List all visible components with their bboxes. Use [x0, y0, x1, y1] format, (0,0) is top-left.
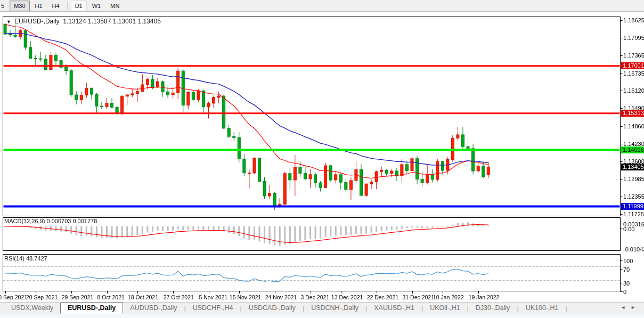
- timeframe-toolbar: 5M30H1H4D1W1MN: [0, 0, 644, 12]
- price-tick: 1.12355: [623, 193, 644, 200]
- chart-tab-dj30-daily[interactable]: DJ30-,Daily: [469, 303, 517, 313]
- macd-axis-tick: -0.010431: [623, 246, 644, 252]
- date-tick-label: 18 Oct 2021: [128, 294, 158, 300]
- date-tick-label: 20 Sep 2021: [26, 294, 58, 300]
- chart-tab-xauusd-h1[interactable]: XAUUSD-,H1: [367, 303, 421, 313]
- symbol-dropdown-icon[interactable]: ▼: [6, 19, 11, 25]
- toolbar-separator: [127, 2, 127, 10]
- date-tick-label: 24 Nov 2021: [265, 294, 297, 300]
- price-badge-1.17001: 1.17001: [621, 62, 644, 69]
- date-tick-label: 29 Sep 2021: [62, 294, 94, 300]
- chart-tab-usdcnh-daily[interactable]: USDCNH-,Daily: [304, 303, 365, 313]
- macd-indicator-label: MACD(12,26,9) 0.000703 0.001778: [4, 218, 97, 224]
- timeframe-button-d1[interactable]: D1: [71, 1, 87, 11]
- price-tick: 1.14860: [623, 123, 644, 129]
- chart-tab-uk100-h1[interactable]: UK100-,H1: [519, 303, 566, 313]
- date-tick-label: 10 Sep 2021: [0, 294, 27, 300]
- price-chart-canvas[interactable]: [0, 0, 644, 318]
- date-tick-label: 5 Nov 2021: [199, 294, 228, 300]
- date-tick-label: 22 Dec 2021: [367, 294, 399, 300]
- rsi-value: 48.7427: [26, 255, 47, 262]
- price-badge-1.14016: 1.14016: [621, 146, 644, 153]
- price-tick: 1.17365: [623, 52, 644, 59]
- price-tick: 1.17995: [623, 35, 644, 41]
- price-badge-1.11999: 1.11999: [621, 203, 644, 210]
- timeframe-button-m30[interactable]: M30: [10, 1, 29, 11]
- macd-value-signal: 0.001778: [72, 218, 97, 224]
- ohlc-high: 1.13587: [88, 18, 111, 25]
- price-tick: 1.18625: [623, 17, 644, 23]
- rsi-axis-tick: 0: [623, 289, 626, 295]
- rsi-axis-tick: 30: [623, 280, 630, 287]
- ohlc-close: 1.13405: [137, 18, 160, 25]
- price-badge-1.15313: 1.15313: [621, 110, 644, 117]
- status-bar: [0, 314, 644, 318]
- macd-axis-tick: 0.00: [623, 226, 634, 232]
- date-tick-label: 31 Dec 2021: [403, 294, 435, 300]
- chart-title: ▼EURUSD-,Daily 1.13124 1.13587 1.13001 1…: [6, 18, 161, 25]
- chart-tab-usdx-weekly[interactable]: USDX,Weekly: [4, 303, 60, 313]
- toolbar-separator: [67, 2, 68, 10]
- timeframe-button-h1[interactable]: H1: [31, 1, 47, 11]
- date-tick-label: 19 Jan 2022: [469, 294, 500, 300]
- macd-value-main: 0.000703: [46, 218, 71, 224]
- price-badge-1.13405: 1.13405: [621, 164, 644, 170]
- date-tick-label: 3 Dec 2021: [301, 294, 330, 300]
- chart-tab-ukoil-h1[interactable]: UKOil-,H1: [423, 303, 467, 313]
- rsi-axis-tick: 100: [623, 258, 633, 264]
- chart-tab-usdchf-h4[interactable]: USDCHF-,H4: [186, 303, 240, 313]
- chart-tab-eurusd-daily[interactable]: EURUSD-,Daily: [60, 303, 123, 314]
- price-tick: 1.16120: [623, 87, 644, 94]
- date-tick-label: 13 Dec 2021: [331, 294, 363, 300]
- tab-divider: |: [565, 305, 567, 312]
- date-tick-label: 10 Jan 2022: [433, 294, 464, 300]
- price-tick: 1.11725: [623, 211, 644, 217]
- timeframe-button-h4[interactable]: H4: [48, 1, 64, 11]
- rsi-indicator-label: RSI(14) 48.7427: [4, 255, 47, 262]
- chart-tab-usdcad-daily[interactable]: USDCAD-,Daily: [242, 303, 303, 313]
- symbol-label: EURUSD-,Daily: [14, 18, 60, 25]
- date-tick-label: 8 Oct 2021: [97, 294, 125, 300]
- rsi-axis-tick: 70: [623, 266, 630, 273]
- chart-tab-bar: USDX,WeeklyEURUSD-,DailyAUDUSD-,Daily|US…: [0, 302, 644, 314]
- mt4-chart-window: 5M30H1H4D1W1MN ▼EURUSD-,Daily 1.13124 1.…: [0, 0, 644, 318]
- timeframe-button-mn[interactable]: MN: [106, 1, 124, 11]
- timeframe-button-5[interactable]: 5: [0, 1, 9, 11]
- timeframe-button-w1[interactable]: W1: [88, 1, 105, 11]
- price-tick: 1.16735: [623, 70, 644, 77]
- date-tick-label: 27 Oct 2021: [164, 294, 194, 300]
- date-tick-label: 15 Nov 2021: [230, 294, 262, 300]
- ohlc-open: 1.13124: [63, 18, 86, 25]
- price-tick: 1.12985: [623, 176, 644, 182]
- chart-tab-audusd-daily[interactable]: AUDUSD-,Daily: [123, 303, 184, 313]
- ohlc-low: 1.13001: [113, 18, 136, 25]
- tab-scroll-arrows[interactable]: ◄►: [621, 305, 641, 310]
